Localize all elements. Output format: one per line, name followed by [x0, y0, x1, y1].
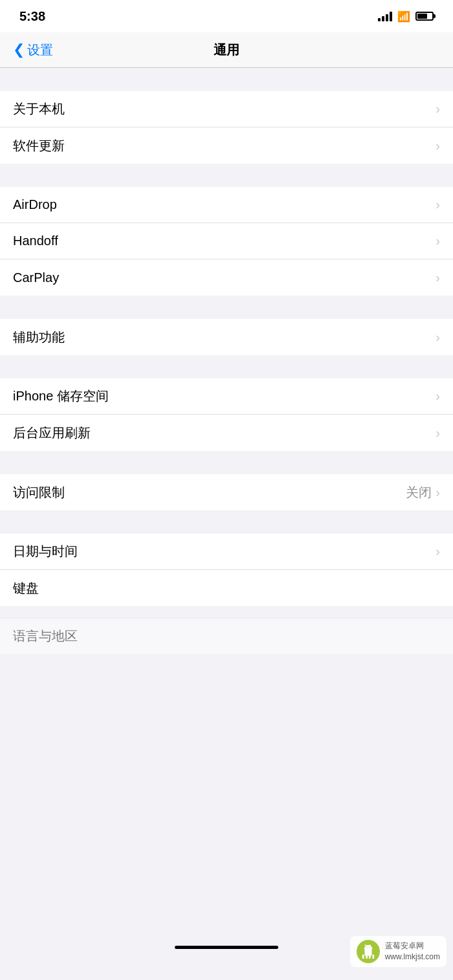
language-region-label: 语言与地区	[13, 627, 78, 645]
settings-item-accessibility[interactable]: 辅助功能 ›	[0, 319, 453, 355]
settings-item-date-time[interactable]: 日期与时间 ›	[0, 534, 453, 570]
back-button[interactable]: ❮ 设置	[13, 41, 53, 59]
watermark-line2: www.lmkjst.com	[385, 952, 440, 963]
background-app-label: 后台应用刷新	[13, 424, 91, 442]
chevron-left-icon: ❮	[13, 41, 25, 58]
bottom-gap	[0, 606, 453, 618]
signal-icon	[378, 11, 392, 21]
settings-item-carplay[interactable]: CarPlay ›	[0, 259, 453, 296]
back-label: 设置	[27, 41, 53, 59]
settings-item-language-region[interactable]: 语言与地区	[0, 618, 453, 654]
settings-group-2: AirDrop › Handoff › CarPlay ›	[0, 187, 453, 296]
chevron-right-icon: ›	[436, 389, 440, 404]
software-update-right: ›	[436, 138, 440, 153]
section-gap-2	[0, 164, 453, 187]
airdrop-label: AirDrop	[13, 197, 57, 212]
carplay-right: ›	[436, 270, 440, 285]
iphone-storage-label: iPhone 储存空间	[13, 387, 109, 405]
chevron-right-icon: ›	[436, 544, 440, 559]
carplay-label: CarPlay	[13, 270, 59, 285]
chevron-right-icon: ›	[436, 197, 440, 212]
wifi-icon: 📶	[397, 10, 410, 23]
settings-group-6: 日期与时间 › 键盘	[0, 534, 453, 606]
chevron-right-icon: ›	[436, 138, 440, 153]
settings-item-keyboard[interactable]: 键盘	[0, 570, 453, 606]
settings-item-background-app[interactable]: 后台应用刷新 ›	[0, 415, 453, 451]
settings-item-iphone-storage[interactable]: iPhone 储存空间 ›	[0, 378, 453, 415]
chevron-right-icon: ›	[436, 330, 440, 345]
settings-item-airdrop[interactable]: AirDrop ›	[0, 187, 453, 223]
settings-item-about[interactable]: 关于本机 ›	[0, 91, 453, 127]
handoff-right: ›	[436, 234, 440, 248]
status-icons: 📶	[378, 10, 434, 23]
chevron-right-icon: ›	[436, 102, 440, 116]
chevron-right-icon: ›	[436, 234, 440, 248]
page-title: 通用	[214, 41, 239, 59]
chevron-right-icon: ›	[436, 485, 440, 500]
keyboard-label: 键盘	[13, 580, 39, 597]
settings-item-software-update[interactable]: 软件更新 ›	[0, 127, 453, 164]
watermark: 蓝莓安卓网 www.lmkjst.com	[350, 936, 447, 967]
background-app-right: ›	[436, 426, 440, 441]
section-gap-3	[0, 296, 453, 319]
status-time: 5:38	[19, 9, 45, 24]
chevron-right-icon: ›	[436, 270, 440, 285]
android-icon	[357, 940, 380, 963]
date-time-label: 日期与时间	[13, 543, 78, 560]
settings-group-3: 辅助功能 ›	[0, 319, 453, 355]
about-right: ›	[436, 102, 440, 116]
software-update-label: 软件更新	[13, 137, 65, 155]
settings-group-4: iPhone 储存空间 › 后台应用刷新 ›	[0, 378, 453, 451]
restrictions-value: 关闭	[406, 484, 432, 501]
status-bar: 5:38 📶	[0, 0, 453, 32]
settings-group-1: 关于本机 › 软件更新 ›	[0, 91, 453, 164]
chevron-right-icon: ›	[436, 426, 440, 441]
section-gap-6	[0, 510, 453, 534]
settings-item-restrictions[interactable]: 访问限制 关闭 ›	[0, 474, 453, 510]
section-gap-4	[0, 355, 453, 378]
watermark-text: 蓝莓安卓网 www.lmkjst.com	[385, 941, 440, 963]
section-gap-5	[0, 451, 453, 474]
restrictions-right: 关闭 ›	[406, 484, 440, 501]
battery-icon	[415, 12, 434, 21]
handoff-label: Handoff	[13, 234, 58, 248]
settings-item-handoff[interactable]: Handoff ›	[0, 223, 453, 259]
home-indicator	[175, 946, 278, 949]
nav-bar: ❮ 设置 通用	[0, 32, 453, 68]
section-gap-1	[0, 68, 453, 91]
settings-group-5: 访问限制 关闭 ›	[0, 474, 453, 510]
restrictions-label: 访问限制	[13, 484, 65, 501]
iphone-storage-right: ›	[436, 389, 440, 404]
about-label: 关于本机	[13, 100, 65, 118]
airdrop-right: ›	[436, 197, 440, 212]
accessibility-label: 辅助功能	[13, 329, 65, 346]
watermark-line1: 蓝莓安卓网	[385, 941, 440, 952]
accessibility-right: ›	[436, 330, 440, 345]
date-time-right: ›	[436, 544, 440, 559]
